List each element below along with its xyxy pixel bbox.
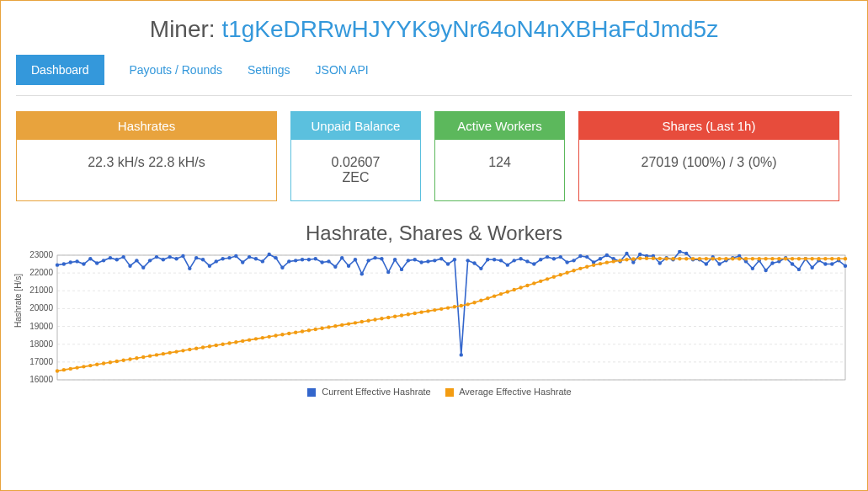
- svg-point-213: [559, 273, 562, 276]
- svg-point-158: [194, 347, 198, 350]
- svg-point-32: [155, 255, 158, 259]
- svg-point-164: [234, 340, 237, 344]
- svg-point-236: [711, 257, 714, 260]
- svg-point-90: [539, 258, 542, 261]
- svg-point-152: [155, 353, 158, 356]
- svg-point-186: [380, 317, 383, 320]
- svg-point-238: [724, 257, 727, 260]
- tab-dashboard[interactable]: Dashboard: [16, 55, 104, 85]
- svg-point-157: [188, 348, 191, 351]
- svg-point-77: [453, 258, 456, 261]
- chart-ylabel: Hashrate [H/s]: [13, 274, 23, 328]
- svg-point-218: [592, 264, 595, 267]
- svg-point-34: [168, 255, 172, 259]
- svg-point-246: [777, 257, 780, 260]
- svg-point-146: [115, 360, 119, 363]
- svg-point-50: [274, 256, 277, 259]
- svg-point-204: [499, 292, 503, 296]
- svg-point-76: [446, 262, 450, 265]
- svg-point-241: [744, 257, 748, 260]
- svg-point-86: [513, 259, 516, 262]
- svg-point-174: [301, 329, 304, 333]
- svg-point-145: [109, 360, 112, 364]
- card-workers-value: 124: [435, 140, 564, 185]
- svg-point-100: [605, 254, 609, 257]
- svg-point-253: [823, 257, 827, 260]
- svg-point-175: [307, 328, 311, 332]
- tab-payouts[interactable]: Payouts / Rounds: [130, 63, 223, 77]
- svg-point-161: [215, 344, 218, 347]
- svg-point-59: [333, 265, 337, 269]
- svg-point-122: [751, 267, 754, 270]
- svg-point-52: [287, 259, 290, 263]
- miner-address[interactable]: t1gKeDRRwHJYYK9yNr64oN4nXBHaFdJmd5z: [221, 16, 718, 42]
- tab-json-api[interactable]: JSON API: [316, 63, 369, 77]
- svg-point-228: [658, 257, 662, 260]
- svg-point-93: [559, 255, 562, 259]
- svg-point-223: [625, 258, 628, 261]
- svg-point-117: [717, 262, 721, 265]
- svg-point-91: [546, 255, 549, 259]
- svg-point-166: [248, 338, 251, 341]
- svg-point-190: [407, 312, 410, 316]
- svg-point-128: [791, 262, 794, 265]
- svg-point-41: [215, 259, 218, 263]
- svg-point-160: [208, 344, 211, 348]
- page-title: Miner: t1gKeDRRwHJYYK9yNr64oN4nXBHaFdJmd…: [16, 16, 852, 43]
- svg-point-199: [466, 302, 469, 306]
- svg-point-220: [605, 260, 609, 264]
- tab-settings[interactable]: Settings: [248, 63, 290, 77]
- svg-point-103: [625, 252, 628, 255]
- svg-point-95: [572, 259, 575, 262]
- svg-point-224: [631, 257, 635, 260]
- svg-point-187: [386, 316, 390, 319]
- svg-text:18000: 18000: [29, 339, 53, 349]
- svg-point-202: [486, 296, 489, 300]
- svg-point-17: [56, 263, 59, 266]
- svg-point-172: [287, 332, 290, 335]
- svg-point-21: [82, 262, 85, 265]
- svg-point-108: [658, 261, 662, 264]
- svg-point-64: [366, 259, 370, 262]
- svg-point-18: [62, 262, 66, 265]
- unpaid-amount: 0.02607: [296, 155, 415, 170]
- svg-point-61: [347, 264, 350, 267]
- card-hashrates-value: 22.3 kH/s 22.8 kH/s: [17, 140, 276, 185]
- svg-point-235: [705, 257, 708, 260]
- svg-point-129: [797, 268, 801, 271]
- svg-point-73: [426, 259, 429, 263]
- svg-point-155: [174, 350, 178, 353]
- svg-point-138: [62, 368, 66, 371]
- svg-point-96: [578, 254, 582, 258]
- svg-point-211: [546, 277, 549, 280]
- svg-point-23: [95, 261, 99, 264]
- svg-point-85: [506, 263, 509, 266]
- svg-point-215: [572, 269, 575, 272]
- stats-cards: Hashrates 22.3 kH/s 22.8 kH/s Unpaid Bal…: [16, 111, 852, 201]
- svg-point-194: [433, 308, 436, 312]
- card-hashrates-title: Hashrates: [17, 112, 276, 140]
- svg-point-142: [88, 364, 92, 367]
- svg-point-92: [552, 257, 556, 260]
- svg-point-75: [439, 257, 443, 260]
- svg-point-30: [141, 266, 145, 270]
- svg-text:22000: 22000: [29, 268, 53, 277]
- svg-point-243: [758, 257, 761, 260]
- card-shares: Shares (Last 1h) 27019 (100%) / 3 (0%): [578, 111, 839, 201]
- svg-point-39: [201, 258, 205, 261]
- svg-point-53: [294, 259, 297, 262]
- svg-point-165: [241, 339, 244, 343]
- svg-point-153: [162, 352, 165, 355]
- svg-point-149: [135, 356, 138, 360]
- svg-point-136: [844, 264, 847, 267]
- svg-point-162: [221, 343, 224, 346]
- svg-point-74: [433, 259, 436, 262]
- svg-point-208: [525, 284, 529, 287]
- card-shares-value: 27019 (100%) / 3 (0%): [579, 140, 839, 185]
- svg-point-144: [102, 361, 105, 365]
- svg-point-239: [731, 257, 734, 260]
- svg-point-29: [135, 259, 138, 262]
- svg-point-88: [525, 259, 529, 263]
- svg-point-252: [817, 257, 820, 260]
- card-unpaid-value: 0.02607 ZEC: [291, 140, 420, 200]
